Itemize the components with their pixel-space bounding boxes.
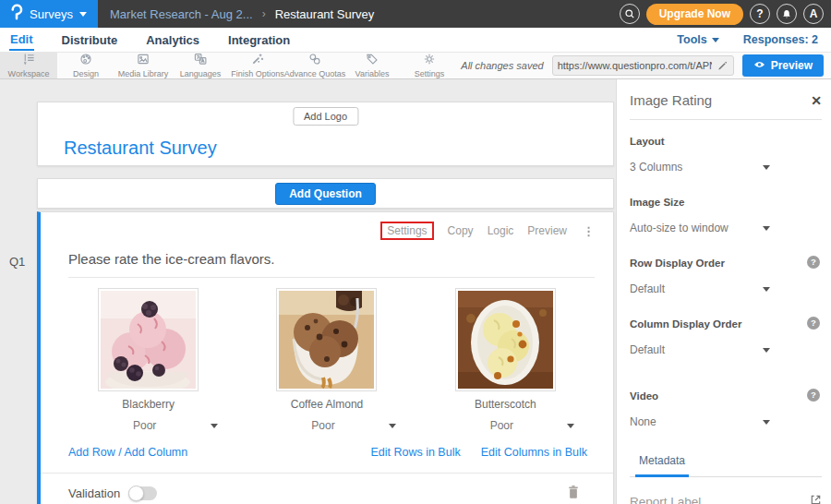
nav-tab-analytics[interactable]: Analytics bbox=[145, 30, 200, 50]
survey-url: https://www.questionpro.com/t/APNrFZ bbox=[553, 60, 712, 71]
preview-button[interactable]: Preview bbox=[742, 54, 824, 77]
nav-tab-integration[interactable]: Integration bbox=[227, 30, 291, 50]
delete-question-button[interactable] bbox=[567, 485, 580, 502]
toolbar-item-finish-options[interactable]: Finish Options bbox=[229, 53, 286, 78]
tag-icon bbox=[366, 53, 379, 68]
toolbar-item-variables[interactable]: Variables bbox=[343, 53, 401, 78]
chevron-down-icon bbox=[763, 226, 770, 231]
chevron-down-icon bbox=[79, 12, 87, 17]
chevron-down-icon bbox=[763, 287, 770, 292]
avatar[interactable]: A bbox=[803, 4, 824, 24]
question-actions: Settings Copy Logic Preview ⋮ bbox=[59, 212, 595, 240]
chevron-down-icon bbox=[389, 424, 396, 428]
survey-title[interactable]: Restaurant Survey bbox=[64, 138, 217, 159]
chevron-down-icon bbox=[567, 424, 574, 428]
row-display-order-dropdown[interactable]: Default bbox=[630, 280, 770, 298]
add-row-column-link[interactable]: Add Row / Add Column bbox=[68, 446, 187, 459]
question-preview-button[interactable]: Preview bbox=[527, 224, 567, 237]
blackberry-ice-cream-image[interactable] bbox=[98, 288, 199, 391]
question-logic-button[interactable]: Logic bbox=[488, 224, 514, 237]
translate-icon bbox=[194, 53, 207, 68]
add-question-card: Add Question bbox=[37, 178, 614, 209]
questionpro-logo-icon bbox=[9, 4, 23, 24]
responses-link[interactable]: Responses: 2 bbox=[743, 33, 818, 46]
rating-item-label[interactable]: Blackberry bbox=[122, 398, 175, 411]
coffee-almond-ice-cream-image[interactable] bbox=[276, 288, 377, 391]
question-number: Q1 bbox=[9, 255, 25, 269]
breadcrumb-survey[interactable]: Restaurant Survey bbox=[275, 7, 375, 21]
report-label-input[interactable]: Report Label bbox=[630, 494, 822, 504]
add-question-button[interactable]: Add Question bbox=[275, 183, 376, 205]
nav-tab-distribute[interactable]: Distribute bbox=[61, 30, 119, 50]
top-bar: Surveys Market Research - Aug 2... › Res… bbox=[0, 0, 831, 28]
toolbar-item-media-library[interactable]: Media Library bbox=[114, 53, 172, 78]
question-text[interactable]: Please rate the ice-cream flavors. bbox=[68, 251, 595, 267]
question-settings-button[interactable]: Settings bbox=[380, 222, 433, 240]
more-options-icon[interactable]: ⋮ bbox=[583, 224, 595, 238]
nav-tab-edit[interactable]: Edit bbox=[9, 29, 34, 51]
layout-dropdown[interactable]: 3 Columns bbox=[630, 158, 770, 176]
question-settings-panel: Image Rating ✕ Layout 3 Columns Image Si… bbox=[616, 79, 831, 504]
magic-wand-icon bbox=[251, 53, 264, 68]
question-card: Settings Copy Logic Preview ⋮ Please rat… bbox=[37, 211, 614, 504]
survey-url-field[interactable]: https://www.questionpro.com/t/APNrFZ bbox=[552, 55, 734, 76]
tools-menu[interactable]: Tools bbox=[677, 33, 718, 46]
edit-toolbar: Workspace Design Media Library Languages… bbox=[0, 52, 831, 79]
notifications-button[interactable] bbox=[777, 4, 797, 24]
image-rating-grid: Blackberry Poor bbox=[59, 288, 595, 432]
add-logo-button[interactable]: Add Logo bbox=[293, 107, 358, 126]
toolbar-item-workspace[interactable]: Workspace bbox=[0, 53, 57, 78]
column-display-order-dropdown[interactable]: Default bbox=[630, 341, 770, 359]
help-icon[interactable]: ? bbox=[807, 317, 820, 330]
toolbar-item-settings[interactable]: Settings bbox=[401, 53, 458, 78]
rating-item-label[interactable]: Coffee Almond bbox=[291, 398, 364, 411]
search-button[interactable] bbox=[620, 4, 640, 24]
upgrade-now-button[interactable]: Upgrade Now bbox=[646, 4, 743, 25]
video-dropdown[interactable]: None bbox=[630, 413, 770, 431]
question-copy-button[interactable]: Copy bbox=[448, 224, 474, 237]
validation-label: Validation bbox=[68, 486, 120, 500]
edit-url-pencil-icon[interactable] bbox=[712, 59, 733, 73]
rating-item: Blackberry Poor bbox=[59, 288, 237, 432]
survey-header-card: Add Logo Restaurant Survey bbox=[37, 102, 614, 166]
help-icon[interactable]: ? bbox=[807, 389, 820, 402]
rating-dropdown[interactable]: Poor bbox=[79, 419, 218, 432]
layout-field: Layout 3 Columns bbox=[630, 136, 822, 176]
product-name: Surveys bbox=[30, 7, 73, 21]
toolbar-item-advance-quotas[interactable]: Advance Quotas bbox=[286, 53, 343, 78]
help-icon[interactable]: ? bbox=[807, 256, 820, 269]
palette-icon bbox=[79, 53, 92, 68]
rating-item: Coffee Almond Poor bbox=[237, 288, 416, 432]
chevron-down-icon bbox=[712, 38, 719, 42]
close-icon[interactable]: ✕ bbox=[811, 93, 822, 108]
rating-dropdown[interactable]: Poor bbox=[258, 419, 396, 432]
row-display-order-field: Row Display Order ? Default bbox=[630, 258, 822, 298]
toolbar-item-languages[interactable]: Languages bbox=[172, 53, 229, 78]
video-field: Video ? None bbox=[630, 390, 822, 431]
help-button[interactable]: ? bbox=[750, 4, 770, 24]
toolbar-item-design[interactable]: Design bbox=[57, 53, 114, 78]
validation-toggle[interactable] bbox=[129, 486, 157, 500]
metadata-tabs: Metadata bbox=[630, 453, 822, 477]
survey-canvas: Add Logo Restaurant Survey Add Question … bbox=[0, 79, 616, 504]
rating-dropdown[interactable]: Poor bbox=[436, 419, 574, 432]
tab-metadata[interactable]: Metadata bbox=[635, 454, 689, 477]
edit-columns-bulk-link[interactable]: Edit Columns in Bulk bbox=[481, 446, 587, 459]
edit-rows-bulk-link[interactable]: Edit Rows in Bulk bbox=[370, 446, 460, 459]
column-display-order-field: Column Display Order ? Default bbox=[630, 318, 822, 359]
gear-icon bbox=[423, 53, 436, 68]
chevron-down-icon bbox=[211, 424, 218, 428]
divider bbox=[68, 277, 595, 278]
survey-nav: Edit Distribute Analytics Integration To… bbox=[0, 28, 831, 52]
chain-links-icon bbox=[308, 53, 321, 68]
brand-area[interactable]: Surveys bbox=[0, 0, 98, 28]
external-link-icon[interactable] bbox=[810, 494, 822, 504]
chevron-down-icon bbox=[763, 165, 770, 170]
image-size-dropdown[interactable]: Auto-size to window bbox=[630, 219, 770, 237]
divider bbox=[630, 119, 822, 120]
workspace-icon bbox=[22, 53, 35, 68]
rating-item: Butterscotch Poor bbox=[416, 288, 595, 432]
butterscotch-ice-cream-image[interactable] bbox=[455, 288, 556, 391]
breadcrumb-folder[interactable]: Market Research - Aug 2... bbox=[110, 7, 253, 21]
rating-item-label[interactable]: Butterscotch bbox=[475, 398, 536, 411]
